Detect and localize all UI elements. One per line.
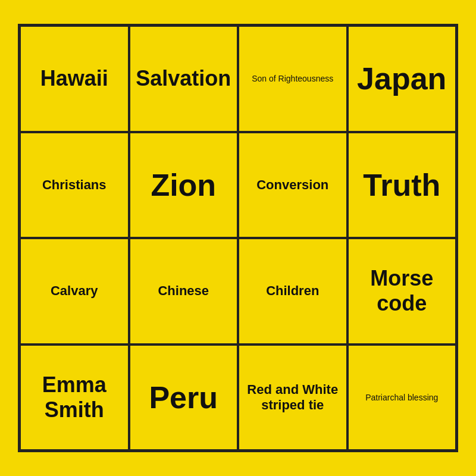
cell-patriarchal-blessing: Patriarchal blessing (347, 345, 457, 451)
cell-truth: Truth (347, 132, 457, 239)
cell-hawaii: Hawaii (20, 26, 129, 132)
cell-peru: Peru (129, 345, 239, 451)
cell-emma-smith: Emma Smith (20, 345, 129, 451)
cell-zion: Zion (129, 132, 239, 239)
cell-red-white-striped-tie: Red and White striped tie (238, 345, 347, 451)
cell-christians: Christians (20, 132, 129, 239)
cell-son-of-righteousness: Son of Righteousness (238, 26, 347, 132)
cell-morse-code: Morse code (347, 238, 457, 345)
cell-salvation: Salvation (129, 26, 239, 132)
cell-children: Children (238, 238, 347, 345)
cell-japan: Japan (347, 26, 457, 132)
cell-conversion: Conversion (238, 132, 347, 239)
cell-chinese: Chinese (129, 238, 239, 345)
bingo-board: HawaiiSalvationSon of RighteousnessJapan… (18, 24, 458, 452)
cell-calvary: Calvary (20, 238, 129, 345)
